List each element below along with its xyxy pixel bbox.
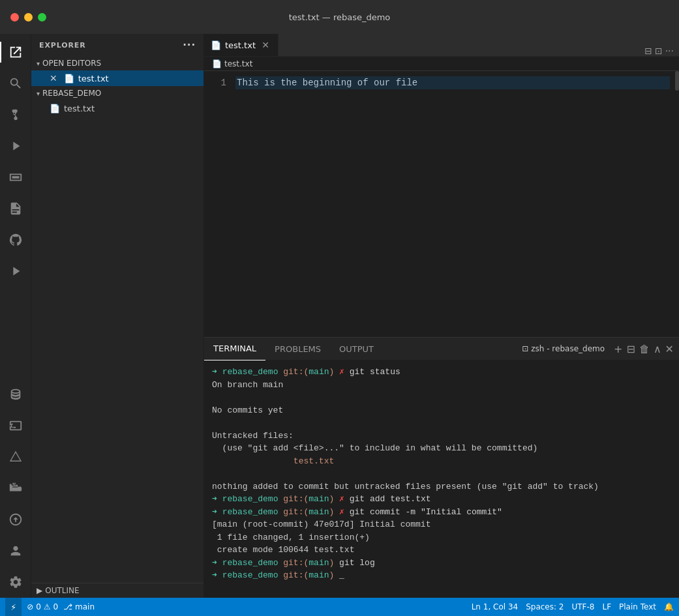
close-button[interactable] [10,13,19,22]
rebase-demo-chevron: ▾ [37,90,40,97]
tab-close-button[interactable]: ✕ [260,39,271,51]
terminal-add-icon[interactable]: + [614,343,622,355]
sidebar-item-remote[interactable] [0,162,31,193]
open-editors-chevron: ▾ [37,60,40,67]
tab-bar: 📄 test.txt ✕ ⊟ ⊡ ··· [204,34,679,57]
open-editors-section[interactable]: ▾ OPEN EDITORS [31,56,204,70]
tab-test-txt[interactable]: 📄 test.txt ✕ [204,33,279,56]
terminal-content[interactable]: ➜ rebase_demo git:(main) ✗ git status On… [204,360,679,598]
status-branch[interactable]: ⎇ main [63,602,95,611]
error-count: 0 [36,602,41,611]
breadcrumb-path: test.txt [224,59,252,68]
sidebar-item-run[interactable] [0,130,31,162]
sidebar-item-azure[interactable] [0,441,31,473]
open-editor-item-test-txt[interactable]: ✕ 📄 test.txt [31,70,204,86]
tab-actions[interactable]: ⊟ ⊡ ··· [644,46,679,56]
status-spaces[interactable]: Spaces: 2 [526,602,564,611]
sidebar-item-play[interactable] [0,256,31,287]
rebase-demo-section[interactable]: ▾ REBASE_DEMO [31,86,204,100]
terminal-session-name: zsh - rebase_demo [531,344,605,353]
file-item-test-txt[interactable]: 📄 test.txt [31,100,204,116]
sidebar-item-kubernetes[interactable] [0,504,31,535]
sidebar-item-source-control[interactable] [0,99,31,130]
terminal-area: TERMINAL PROBLEMS OUTPUT ⊡ zsh - rebase_… [204,337,679,598]
explorer-label: EXPLORER [39,41,86,50]
tab-file-icon: 📄 [211,40,221,50]
terminal-tab-label-output: OUTPUT [339,344,374,354]
sidebar-item-extensions[interactable] [0,193,31,224]
status-language[interactable]: Plain Text [619,602,656,611]
sidebar-header-actions[interactable]: ··· [183,39,196,51]
tab-label: test.txt [225,40,256,50]
scrollbar-thumb[interactable] [675,71,679,91]
terminal-collapse-icon[interactable]: ∧ [654,343,661,355]
layout-icon[interactable]: ⊡ [655,46,663,56]
split-editor-icon[interactable]: ⊟ [644,46,652,56]
terminal-tab-label-terminal: TERMINAL [213,344,256,353]
sidebar-item-account[interactable] [0,535,31,566]
terminal-tab-output[interactable]: OUTPUT [330,338,383,360]
source-control-icon: ⚡ [10,602,16,612]
terminal-tab-problems[interactable]: PROBLEMS [265,338,330,360]
editor-scrollbar[interactable] [670,71,679,337]
status-notifications[interactable]: 🔔 [664,602,674,611]
window-title: test.txt — rebase_demo [289,12,391,22]
status-line-ending[interactable]: LF [602,602,611,611]
outline-section: ▶ OUTLINE [31,583,204,598]
outline-chevron: ▶ [37,586,42,595]
breadcrumb: 📄 test.txt [204,57,679,71]
term-line-8: test.txt [212,455,671,468]
maximize-button[interactable] [38,13,46,22]
code-line-1: 1 This is the beginning of our file [204,76,679,89]
terminal-tab-terminal[interactable]: TERMINAL [204,338,265,360]
terminal-split-icon[interactable]: ⊟ [626,343,635,355]
more-actions-tab-icon[interactable]: ··· [665,46,674,56]
outline-header[interactable]: ▶ OUTLINE [37,586,198,595]
status-bar: ⚡ ⊘ 0 ⚠ 0 ⎇ main Ln 1, Col 34 Spaces: 2 … [0,598,679,616]
terminal-tab-label-problems: PROBLEMS [275,344,321,354]
close-file-icon[interactable]: ✕ [50,73,57,83]
file-type-icon-2: 📄 [50,104,60,113]
code-editor[interactable]: 1 This is the beginning of our file [204,71,679,337]
language-value: Plain Text [619,602,656,611]
arrow-icon-1: ➜ [212,367,222,377]
breadcrumb-file-icon: 📄 [212,59,222,68]
arrow-icon-3: ➜ [212,507,222,517]
sidebar-item-database[interactable] [0,379,31,410]
encoding-value: UTF-8 [571,602,594,611]
status-errors[interactable]: ⊘ 0 ⚠ 0 [27,602,58,611]
terminal-tab-actions[interactable]: ⊡ zsh - rebase_demo + ⊟ 🗑 ∧ ✕ [517,343,679,355]
term-line-1: ➜ rebase_demo git:(main) ✗ git status [212,366,671,379]
ln-col-value: Ln 1, Col 34 [472,602,519,611]
sidebar-item-settings[interactable] [0,566,31,598]
status-encoding[interactable]: UTF-8 [571,602,594,611]
sidebar-item-terminal2[interactable] [0,410,31,441]
warning-count: 0 [53,602,59,611]
terminal-trash-icon[interactable]: 🗑 [639,343,650,355]
sidebar-item-search[interactable] [0,68,31,99]
sidebar: EXPLORER ··· ▾ OPEN EDITORS ✕ 📄 test.txt… [31,34,204,598]
arrow-icon-4: ➜ [212,558,222,568]
term-line-4: No commits yet [212,404,671,417]
sidebar-item-explorer[interactable] [0,37,31,68]
sidebar-item-docker[interactable] [0,473,31,504]
sidebar-header: EXPLORER ··· [31,34,204,56]
status-ln-col[interactable]: Ln 1, Col 34 [472,602,519,611]
file-type-icon: 📄 [64,74,74,83]
warning-icon: ⚠ [44,602,51,611]
terminal-close-icon[interactable]: ✕ [665,343,674,355]
term-line-2: On branch main [212,379,671,392]
term-line-9 [212,467,671,480]
term-line-7: (use "git add <file>..." to include in w… [212,442,671,455]
window-controls[interactable] [10,13,46,22]
terminal-session[interactable]: ⊡ zsh - rebase_demo [517,344,610,353]
minimize-button[interactable] [24,13,33,22]
term-line-10: nothing added to commit but untracked fi… [212,480,671,493]
more-actions-icon[interactable]: ··· [183,39,196,51]
term-line-11: ➜ rebase_demo git:(main) ✗ git add test.… [212,493,671,506]
term-line-14: 1 file changed, 1 insertion(+) [212,531,671,544]
sidebar-item-github[interactable] [0,224,31,256]
term-line-6: Untracked files: [212,430,671,443]
status-source-control[interactable]: ⚡ [5,598,22,616]
status-bar-right: Ln 1, Col 34 Spaces: 2 UTF-8 LF Plain Te… [472,602,674,611]
